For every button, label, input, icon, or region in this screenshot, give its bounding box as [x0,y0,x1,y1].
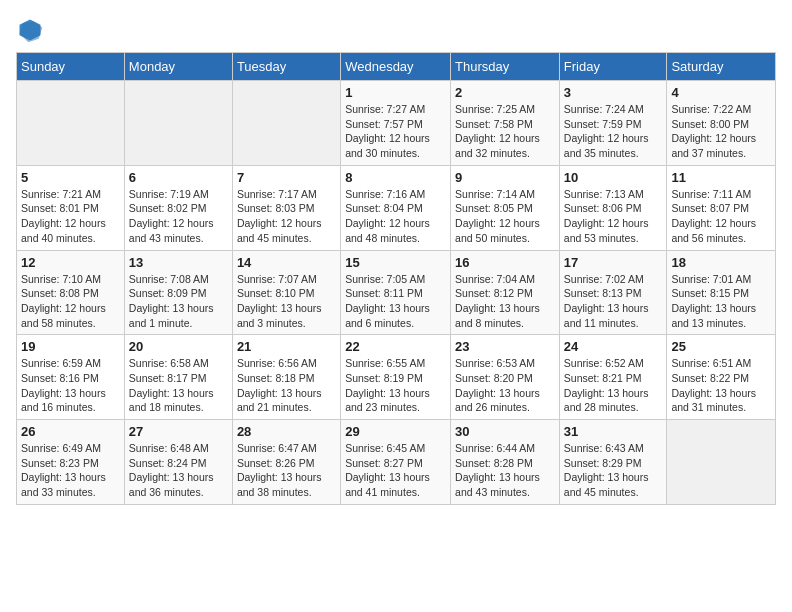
calendar-cell: 31Sunrise: 6:43 AM Sunset: 8:29 PM Dayli… [559,420,667,505]
calendar-week-row: 12Sunrise: 7:10 AM Sunset: 8:08 PM Dayli… [17,250,776,335]
day-number: 29 [345,424,446,439]
day-number: 11 [671,170,771,185]
day-number: 30 [455,424,555,439]
day-info: Sunrise: 7:16 AM Sunset: 8:04 PM Dayligh… [345,187,446,246]
calendar-cell: 17Sunrise: 7:02 AM Sunset: 8:13 PM Dayli… [559,250,667,335]
day-number: 19 [21,339,120,354]
weekday-header: Wednesday [341,53,451,81]
calendar-cell: 8Sunrise: 7:16 AM Sunset: 8:04 PM Daylig… [341,165,451,250]
day-number: 7 [237,170,336,185]
day-info: Sunrise: 7:07 AM Sunset: 8:10 PM Dayligh… [237,272,336,331]
calendar-cell [667,420,776,505]
day-number: 3 [564,85,663,100]
day-number: 25 [671,339,771,354]
day-info: Sunrise: 7:24 AM Sunset: 7:59 PM Dayligh… [564,102,663,161]
calendar-cell: 24Sunrise: 6:52 AM Sunset: 8:21 PM Dayli… [559,335,667,420]
calendar-cell: 19Sunrise: 6:59 AM Sunset: 8:16 PM Dayli… [17,335,125,420]
calendar-cell: 16Sunrise: 7:04 AM Sunset: 8:12 PM Dayli… [451,250,560,335]
day-number: 22 [345,339,446,354]
calendar-cell: 18Sunrise: 7:01 AM Sunset: 8:15 PM Dayli… [667,250,776,335]
calendar-cell [124,81,232,166]
day-info: Sunrise: 7:19 AM Sunset: 8:02 PM Dayligh… [129,187,228,246]
day-info: Sunrise: 6:48 AM Sunset: 8:24 PM Dayligh… [129,441,228,500]
calendar-cell [17,81,125,166]
day-number: 2 [455,85,555,100]
day-info: Sunrise: 7:21 AM Sunset: 8:01 PM Dayligh… [21,187,120,246]
calendar-cell: 14Sunrise: 7:07 AM Sunset: 8:10 PM Dayli… [232,250,340,335]
calendar-cell: 25Sunrise: 6:51 AM Sunset: 8:22 PM Dayli… [667,335,776,420]
day-info: Sunrise: 7:25 AM Sunset: 7:58 PM Dayligh… [455,102,555,161]
calendar-cell: 1Sunrise: 7:27 AM Sunset: 7:57 PM Daylig… [341,81,451,166]
day-info: Sunrise: 6:55 AM Sunset: 8:19 PM Dayligh… [345,356,446,415]
day-number: 28 [237,424,336,439]
calendar-table: SundayMondayTuesdayWednesdayThursdayFrid… [16,52,776,505]
day-number: 6 [129,170,228,185]
calendar-cell: 21Sunrise: 6:56 AM Sunset: 8:18 PM Dayli… [232,335,340,420]
day-info: Sunrise: 7:01 AM Sunset: 8:15 PM Dayligh… [671,272,771,331]
calendar-cell: 3Sunrise: 7:24 AM Sunset: 7:59 PM Daylig… [559,81,667,166]
day-info: Sunrise: 6:49 AM Sunset: 8:23 PM Dayligh… [21,441,120,500]
day-info: Sunrise: 6:43 AM Sunset: 8:29 PM Dayligh… [564,441,663,500]
day-info: Sunrise: 6:59 AM Sunset: 8:16 PM Dayligh… [21,356,120,415]
calendar-cell: 5Sunrise: 7:21 AM Sunset: 8:01 PM Daylig… [17,165,125,250]
day-info: Sunrise: 7:22 AM Sunset: 8:00 PM Dayligh… [671,102,771,161]
calendar-cell: 30Sunrise: 6:44 AM Sunset: 8:28 PM Dayli… [451,420,560,505]
day-number: 18 [671,255,771,270]
calendar-cell [232,81,340,166]
calendar-cell: 29Sunrise: 6:45 AM Sunset: 8:27 PM Dayli… [341,420,451,505]
calendar-week-row: 19Sunrise: 6:59 AM Sunset: 8:16 PM Dayli… [17,335,776,420]
day-info: Sunrise: 6:52 AM Sunset: 8:21 PM Dayligh… [564,356,663,415]
day-number: 26 [21,424,120,439]
calendar-cell: 12Sunrise: 7:10 AM Sunset: 8:08 PM Dayli… [17,250,125,335]
day-info: Sunrise: 7:10 AM Sunset: 8:08 PM Dayligh… [21,272,120,331]
calendar-cell: 13Sunrise: 7:08 AM Sunset: 8:09 PM Dayli… [124,250,232,335]
calendar-cell: 4Sunrise: 7:22 AM Sunset: 8:00 PM Daylig… [667,81,776,166]
day-info: Sunrise: 7:04 AM Sunset: 8:12 PM Dayligh… [455,272,555,331]
day-number: 21 [237,339,336,354]
calendar-cell: 28Sunrise: 6:47 AM Sunset: 8:26 PM Dayli… [232,420,340,505]
day-info: Sunrise: 7:13 AM Sunset: 8:06 PM Dayligh… [564,187,663,246]
calendar-cell: 10Sunrise: 7:13 AM Sunset: 8:06 PM Dayli… [559,165,667,250]
calendar-week-row: 26Sunrise: 6:49 AM Sunset: 8:23 PM Dayli… [17,420,776,505]
weekday-header: Thursday [451,53,560,81]
day-number: 1 [345,85,446,100]
day-info: Sunrise: 7:02 AM Sunset: 8:13 PM Dayligh… [564,272,663,331]
day-info: Sunrise: 6:47 AM Sunset: 8:26 PM Dayligh… [237,441,336,500]
day-number: 13 [129,255,228,270]
day-info: Sunrise: 7:27 AM Sunset: 7:57 PM Dayligh… [345,102,446,161]
calendar-week-row: 5Sunrise: 7:21 AM Sunset: 8:01 PM Daylig… [17,165,776,250]
day-number: 20 [129,339,228,354]
day-number: 12 [21,255,120,270]
day-number: 8 [345,170,446,185]
day-number: 16 [455,255,555,270]
calendar-cell: 6Sunrise: 7:19 AM Sunset: 8:02 PM Daylig… [124,165,232,250]
weekday-header: Tuesday [232,53,340,81]
page-header [16,16,776,44]
day-info: Sunrise: 6:51 AM Sunset: 8:22 PM Dayligh… [671,356,771,415]
calendar-cell: 22Sunrise: 6:55 AM Sunset: 8:19 PM Dayli… [341,335,451,420]
day-number: 15 [345,255,446,270]
day-number: 9 [455,170,555,185]
day-info: Sunrise: 7:08 AM Sunset: 8:09 PM Dayligh… [129,272,228,331]
calendar-cell: 15Sunrise: 7:05 AM Sunset: 8:11 PM Dayli… [341,250,451,335]
weekday-header: Sunday [17,53,125,81]
day-number: 27 [129,424,228,439]
logo [16,16,48,44]
day-info: Sunrise: 7:11 AM Sunset: 8:07 PM Dayligh… [671,187,771,246]
calendar-cell: 27Sunrise: 6:48 AM Sunset: 8:24 PM Dayli… [124,420,232,505]
day-info: Sunrise: 7:14 AM Sunset: 8:05 PM Dayligh… [455,187,555,246]
day-info: Sunrise: 6:45 AM Sunset: 8:27 PM Dayligh… [345,441,446,500]
day-number: 4 [671,85,771,100]
day-number: 5 [21,170,120,185]
calendar-cell: 26Sunrise: 6:49 AM Sunset: 8:23 PM Dayli… [17,420,125,505]
weekday-header: Monday [124,53,232,81]
day-info: Sunrise: 6:53 AM Sunset: 8:20 PM Dayligh… [455,356,555,415]
weekday-header: Saturday [667,53,776,81]
day-number: 31 [564,424,663,439]
day-info: Sunrise: 6:44 AM Sunset: 8:28 PM Dayligh… [455,441,555,500]
calendar-cell: 7Sunrise: 7:17 AM Sunset: 8:03 PM Daylig… [232,165,340,250]
day-number: 14 [237,255,336,270]
calendar-cell: 9Sunrise: 7:14 AM Sunset: 8:05 PM Daylig… [451,165,560,250]
day-info: Sunrise: 7:05 AM Sunset: 8:11 PM Dayligh… [345,272,446,331]
day-info: Sunrise: 6:58 AM Sunset: 8:17 PM Dayligh… [129,356,228,415]
